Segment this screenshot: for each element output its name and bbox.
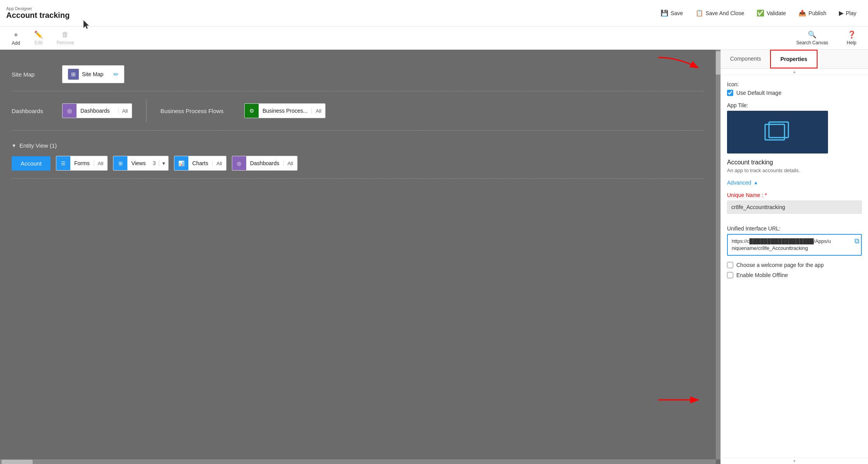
sitemap-icon: ⊞ xyxy=(68,69,79,80)
divider xyxy=(146,99,146,122)
charts-name: Charts xyxy=(188,160,212,166)
search-canvas-button[interactable]: 🔍 Search Canvas xyxy=(791,28,833,48)
edit-button[interactable]: ✏️ Edit xyxy=(29,28,48,48)
toolbar: ＋ Add ✏️ Edit 🗑 Remove 🔍 Search Canvas ❓… xyxy=(0,26,868,50)
app-tile-section: App Tile: Account tracking An app to tra… xyxy=(727,102,862,173)
entity-dashboards-name: Dashboards xyxy=(246,160,284,166)
views-block[interactable]: ⊞ Views 3 ▾ xyxy=(113,156,169,171)
mobile-offline-label: Enable Mobile Offline xyxy=(736,272,788,278)
add-button[interactable]: ＋ Add xyxy=(6,28,26,48)
tab-components[interactable]: Components xyxy=(721,50,770,68)
views-icon: ⊞ xyxy=(113,156,127,170)
search-canvas-icon: 🔍 xyxy=(808,30,816,39)
header: App Designer Account tracking 💾 Save 📋 S… xyxy=(0,0,868,26)
save-and-close-button[interactable]: 📋 Save And Close xyxy=(690,7,750,19)
add-icon: ＋ xyxy=(12,30,19,39)
validate-icon: ✅ xyxy=(757,9,764,17)
canvas-content: Site Map ⊞ Site Map ✏ Dashboards ◎ Dashb… xyxy=(0,50,720,187)
dashboards-name: Dashboards xyxy=(77,108,118,114)
edit-icon: ✏️ xyxy=(34,30,43,39)
use-default-image-row: Use Default Image xyxy=(727,90,862,96)
publish-button[interactable]: 📤 Publish xyxy=(793,7,832,19)
app-tile-desc: An app to track accounts details. xyxy=(727,167,862,173)
welcome-page-checkbox[interactable] xyxy=(727,262,733,268)
save-button[interactable]: 💾 Save xyxy=(655,7,689,19)
sitemap-row: Site Map ⊞ Site Map ✏ xyxy=(12,58,704,91)
charts-block[interactable]: 📊 Charts All xyxy=(174,156,226,171)
use-default-checkbox[interactable] xyxy=(727,90,733,96)
advanced-chevron-icon: ▲ xyxy=(753,180,758,185)
account-button[interactable]: Account xyxy=(12,156,50,171)
sitemap-block[interactable]: ⊞ Site Map ✏ xyxy=(62,65,124,83)
entity-view-header: ▼ Entity View (1) xyxy=(12,136,704,152)
forms-name: Forms xyxy=(70,160,94,166)
remove-button[interactable]: 🗑 Remove xyxy=(51,28,80,48)
unified-url-label: Unified Interface URL: xyxy=(727,225,862,232)
sitemap-name: Site Map xyxy=(82,71,109,77)
forms-block[interactable]: ☰ Forms All xyxy=(56,156,108,171)
canvas-scrollbar-thumb-h[interactable] xyxy=(2,460,33,464)
play-icon: ▶ xyxy=(839,9,844,17)
entity-dashboards-all[interactable]: All xyxy=(283,160,297,166)
header-title-area: App Designer Account tracking xyxy=(6,6,655,20)
required-star: * xyxy=(765,192,767,198)
mobile-offline-checkbox[interactable] xyxy=(727,272,733,278)
icon-label: Icon: xyxy=(727,81,862,87)
bpf-icon: ⚙ xyxy=(245,104,259,118)
canvas-scrollbar-thumb-v[interactable] xyxy=(716,51,720,75)
forms-all[interactable]: All xyxy=(94,160,107,166)
app-tile-svg xyxy=(764,120,791,144)
advanced-toggle-button[interactable]: Advanced ▲ xyxy=(727,180,758,186)
bpf-block[interactable]: ⚙ Business Proces... All xyxy=(244,103,325,118)
main-area: Site Map ⊞ Site Map ✏ Dashboards ◎ Dashb… xyxy=(0,50,868,464)
dashboards-block[interactable]: ◎ Dashboards All xyxy=(62,103,132,118)
red-arrow-bottom xyxy=(654,390,701,410)
entity-view-row: Account ☰ Forms All ⊞ Views 3 ▾ xyxy=(12,152,704,179)
entity-view-section: ▼ Entity View (1) Account ☰ Forms All ⊞ … xyxy=(12,131,704,179)
play-button[interactable]: ▶ Play xyxy=(833,7,862,19)
use-default-label: Use Default Image xyxy=(736,90,781,96)
dashboards-all[interactable]: All xyxy=(118,108,132,114)
unique-name-section: Unique Name : * xyxy=(727,192,862,219)
help-button[interactable]: ❓ Help xyxy=(841,28,862,48)
app-designer-label: App Designer xyxy=(6,6,655,11)
views-name: Views xyxy=(127,160,150,166)
panel-tabs: Components Properties xyxy=(721,50,868,69)
help-icon: ❓ xyxy=(847,30,856,39)
toolbar-right: 🔍 Search Canvas ❓ Help xyxy=(791,28,862,48)
panel-content: Icon: Use Default Image App Tile: Accoun… xyxy=(721,75,868,458)
bpf-label: Business Process Flows xyxy=(160,108,238,114)
canvas-scrollbar-v[interactable] xyxy=(716,50,720,459)
save-close-icon: 📋 xyxy=(696,9,703,17)
icon-section: Icon: Use Default Image xyxy=(727,81,862,96)
header-actions: 💾 Save 📋 Save And Close ✅ Validate 📤 Pub… xyxy=(655,7,862,19)
app-tile-label: App Tile: xyxy=(727,102,862,108)
tab-properties[interactable]: Properties xyxy=(770,50,817,68)
panel-scroll-down[interactable]: ▼ xyxy=(721,458,868,464)
app-tile-name: Account tracking xyxy=(727,159,862,166)
charts-icon: 📊 xyxy=(174,156,188,170)
unique-name-input[interactable] xyxy=(727,201,862,214)
sitemap-edit-icon[interactable]: ✏ xyxy=(113,71,118,78)
bpf-all[interactable]: All xyxy=(311,108,325,114)
validate-button[interactable]: ✅ Validate xyxy=(751,7,791,19)
unified-url-value: https://c██████████████████/Apps/uniquen… xyxy=(727,234,862,256)
save-icon: 💾 xyxy=(661,9,668,17)
bpf-name: Business Proces... xyxy=(259,108,311,114)
url-copy-button[interactable]: ⧉ xyxy=(854,237,859,245)
canvas-scrollbar-h[interactable] xyxy=(0,459,716,464)
sitemap-row-label: Site Map xyxy=(12,71,62,78)
forms-icon: ☰ xyxy=(56,156,70,170)
app-title: Account tracking xyxy=(6,11,70,19)
views-dropdown-icon[interactable]: ▾ xyxy=(159,160,168,166)
chevron-down-icon[interactable]: ▼ xyxy=(12,143,16,148)
entity-dashboards-icon: ◎ xyxy=(232,156,246,170)
url-input-container: https://c██████████████████/Apps/uniquen… xyxy=(727,234,862,256)
mobile-offline-row: Enable Mobile Offline xyxy=(727,272,862,278)
entity-dashboards-block[interactable]: ◎ Dashboards All xyxy=(232,156,297,171)
charts-all[interactable]: All xyxy=(212,160,226,166)
panel-scroll-up[interactable]: ▲ xyxy=(721,69,868,75)
dashboards-row: Dashboards ◎ Dashboards All Business Pro… xyxy=(12,91,704,131)
dashboards-icon: ◎ xyxy=(63,104,77,118)
entity-view-label: Entity View (1) xyxy=(19,142,57,149)
